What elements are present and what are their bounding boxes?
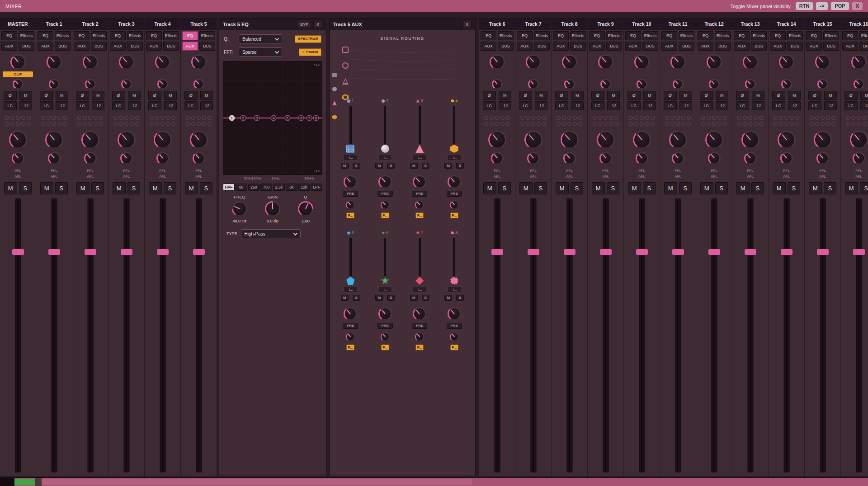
trim-knob[interactable] (49, 79, 60, 90)
pad-button[interactable]: -12 (128, 101, 141, 110)
aux-button[interactable]: AUX (698, 42, 713, 51)
routing-dot[interactable] (77, 116, 81, 120)
send-pan-knob[interactable] (415, 200, 424, 209)
routing-dot[interactable] (531, 122, 535, 126)
routing-dot[interactable] (774, 122, 778, 126)
routing-dot[interactable] (614, 116, 618, 120)
routing-dot[interactable] (160, 116, 165, 120)
routing-dot[interactable] (634, 122, 638, 126)
width-knob[interactable] (48, 152, 61, 165)
solo-button[interactable]: S (607, 182, 620, 194)
routing-dot[interactable] (851, 122, 855, 126)
track-header[interactable]: Track 15 (805, 18, 840, 30)
routing-dot[interactable] (557, 122, 561, 126)
routing-dot[interactable] (119, 116, 123, 120)
routing-dot[interactable] (578, 116, 582, 120)
routing-dot[interactable] (531, 116, 535, 120)
fader-handle[interactable] (708, 249, 720, 255)
track-header[interactable]: Track 4 (145, 18, 180, 30)
routing-dot[interactable] (21, 122, 25, 126)
routing-dot[interactable] (759, 122, 763, 126)
routing-dot[interactable] (155, 116, 159, 120)
lowcut-button[interactable]: LC (483, 101, 496, 110)
bus-button[interactable]: BUS (642, 42, 658, 51)
width-knob[interactable] (599, 152, 612, 165)
aux-button[interactable]: AUX (517, 42, 533, 51)
mono-button[interactable]: M (607, 91, 620, 100)
trim-knob[interactable] (193, 79, 204, 90)
gain-knob[interactable] (743, 54, 758, 70)
solo-button[interactable]: S (571, 182, 584, 194)
trim-knob[interactable] (157, 79, 168, 90)
send-post-button[interactable]: P... (346, 344, 354, 350)
routing-dot[interactable] (47, 122, 51, 126)
routing-dot[interactable] (526, 122, 530, 126)
aux-button[interactable]: AUX (74, 42, 90, 51)
routing-dot[interactable] (99, 116, 103, 120)
pad-button[interactable]: -12 (571, 101, 584, 110)
pad-button[interactable]: -12 (164, 101, 177, 110)
gain-knob[interactable] (83, 54, 98, 70)
close-mixer-button[interactable]: X (852, 2, 863, 10)
routing-dot[interactable] (27, 116, 31, 120)
phase-button[interactable]: Ø (40, 91, 53, 100)
mono-button[interactable]: M (860, 91, 868, 100)
send-level-knob[interactable] (378, 175, 392, 189)
eq-band-tab[interactable]: 80 (236, 184, 247, 191)
mono-button[interactable]: M (200, 91, 213, 100)
gain-knob[interactable] (598, 54, 613, 70)
routing-dest-square-icon[interactable] (332, 73, 337, 77)
send-pre-button[interactable]: PRE (343, 323, 358, 329)
send-solo-button[interactable]: S (456, 163, 464, 169)
routing-dot[interactable] (537, 116, 541, 120)
pad-button[interactable]: -12 (535, 101, 548, 110)
routing-dot[interactable] (63, 122, 67, 126)
routing-dot[interactable] (593, 116, 597, 120)
fader-handle[interactable] (528, 249, 539, 255)
phase-button[interactable]: Ø (844, 91, 858, 100)
send-shape-icon[interactable] (415, 277, 424, 285)
solo-button[interactable]: S (498, 182, 511, 194)
bus-button[interactable]: BUS (498, 42, 514, 51)
routing-dot[interactable] (52, 122, 56, 126)
pad-button[interactable]: -12 (607, 101, 620, 110)
aux-button[interactable]: AUX (589, 42, 605, 51)
fader-handle[interactable] (48, 249, 60, 255)
phase-button[interactable]: Ø (772, 91, 785, 100)
track-header[interactable]: Track 3 (108, 18, 144, 30)
routing-dot[interactable] (5, 116, 9, 120)
eq-button[interactable]: EQ (589, 31, 605, 40)
phase-button[interactable]: Ø (555, 91, 568, 100)
width-knob[interactable] (816, 152, 829, 165)
routing-dot[interactable] (810, 116, 814, 120)
routing-dot[interactable] (681, 122, 685, 126)
routing-dot[interactable] (748, 122, 752, 126)
send-pre-button[interactable]: PRE (377, 191, 393, 197)
mono-button[interactable]: M (752, 91, 765, 100)
width-knob[interactable] (563, 152, 576, 165)
send-pre-button[interactable]: PRE (412, 191, 427, 197)
pad-button[interactable]: -12 (643, 101, 656, 110)
lowcut-button[interactable]: LC (808, 101, 821, 110)
solo-button[interactable]: S (643, 182, 656, 194)
fader-handle[interactable] (853, 249, 865, 255)
track-header[interactable]: Track 5 (181, 18, 217, 30)
eq-band-node[interactable]: 2 (240, 115, 246, 121)
pad-button[interactable]: -12 (19, 101, 33, 110)
routing-dot[interactable] (150, 122, 154, 126)
send-mute-button[interactable]: M (341, 295, 349, 301)
width-knob[interactable] (672, 152, 684, 165)
send-level-knob[interactable] (344, 175, 357, 189)
width-knob[interactable] (744, 152, 757, 165)
fader-handle[interactable] (564, 249, 576, 255)
bus-button[interactable]: BUS (163, 42, 179, 51)
send-mute-button[interactable]: M (444, 163, 452, 169)
mute-button[interactable]: M (773, 182, 786, 194)
routing-dot[interactable] (604, 122, 608, 126)
mono-button[interactable]: M (92, 91, 105, 100)
routing-dot[interactable] (754, 122, 758, 126)
aux-button[interactable]: AUX (806, 42, 822, 51)
toggle-mixer-label[interactable]: Toggle Mixer panel visibility (730, 4, 790, 9)
send-post-button[interactable]: P... (381, 344, 389, 350)
lowcut-button[interactable]: LC (736, 101, 749, 110)
